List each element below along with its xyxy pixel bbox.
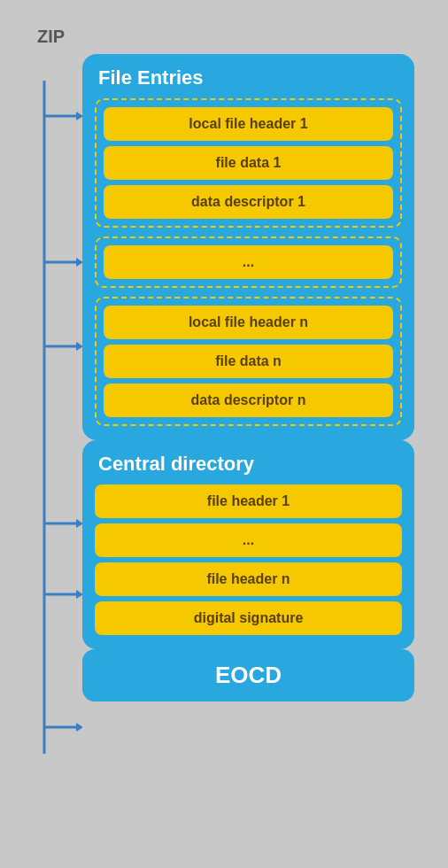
diagram-wrapper: File Entries local file header 1 file da…	[34, 54, 414, 701]
svg-marker-12	[76, 723, 82, 732]
file-header-n: file header n	[95, 562, 402, 596]
file-header-1: file header 1	[95, 484, 402, 518]
local-file-header-1: local file header 1	[104, 107, 393, 141]
svg-marker-2	[76, 112, 82, 120]
ellipsis-bar-2: ...	[95, 523, 402, 557]
svg-marker-4	[76, 258, 82, 267]
file-data-n: file data n	[104, 345, 393, 378]
left-arrows-area	[34, 54, 82, 701]
svg-marker-10	[76, 590, 82, 599]
digital-signature: digital signature	[95, 601, 402, 635]
arrows-svg	[34, 54, 82, 780]
file-entries-title: File Entries	[95, 66, 402, 89]
ellipsis-bar-1: ...	[104, 245, 393, 279]
file-entries-section: File Entries local file header 1 file da…	[82, 54, 414, 440]
file-data-1: file data 1	[104, 146, 393, 180]
file-entry-group-n: local file header n file data n data des…	[95, 297, 402, 426]
data-descriptor-n: data descriptor n	[104, 384, 393, 417]
data-descriptor-1: data descriptor 1	[104, 185, 393, 219]
svg-marker-8	[76, 519, 82, 528]
content-area: File Entries local file header 1 file da…	[82, 54, 414, 701]
eocd-label: EOCD	[95, 662, 402, 689]
file-entry-group-ellipsis: ...	[95, 236, 402, 288]
central-directory-section: Central directory file header 1 ... file…	[82, 440, 414, 649]
zip-container: ZIP	[34, 27, 414, 701]
central-directory-title: Central directory	[95, 453, 402, 476]
local-file-header-n: local file header n	[104, 306, 393, 339]
eocd-section: EOCD	[82, 649, 414, 701]
svg-marker-6	[76, 342, 82, 351]
zip-label: ZIP	[34, 27, 414, 47]
file-entry-group-1: local file header 1 file data 1 data des…	[95, 98, 402, 228]
